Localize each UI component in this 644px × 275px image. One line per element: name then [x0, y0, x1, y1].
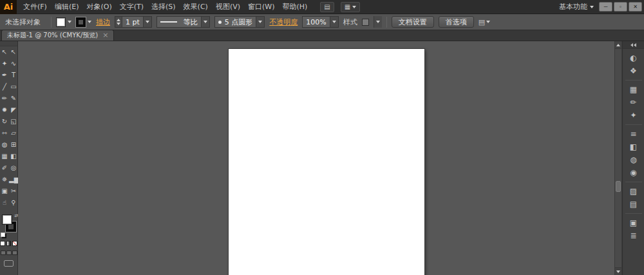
type-tool[interactable]: T	[9, 70, 18, 81]
default-fill-stroke-icon[interactable]	[1, 232, 5, 237]
magic-wand-tool[interactable]: ✦	[0, 58, 9, 70]
pencil-tool[interactable]: ✎	[9, 93, 18, 104]
control-panel-menu[interactable]: ▤	[478, 18, 490, 26]
slice-tool[interactable]: ✂	[9, 185, 18, 197]
column-graph-tool[interactable]: ▂▆	[9, 174, 18, 185]
menu-item[interactable]: 文字(T)	[116, 0, 147, 14]
transparency-panel-icon[interactable]: ◍	[626, 153, 641, 166]
document-setup-button[interactable]: 文档设置	[392, 16, 434, 28]
draw-behind-button[interactable]	[6, 251, 12, 255]
menu-item[interactable]: 窗口(W)	[244, 0, 278, 14]
scale-tool[interactable]: ◱	[9, 116, 18, 128]
symbols-panel-icon[interactable]: ✦	[626, 109, 641, 122]
appearance-panel-icon[interactable]: ◉	[626, 166, 641, 179]
menu-item[interactable]: 选择(S)	[147, 0, 180, 14]
layers-panel-icon[interactable]: ▤	[626, 198, 641, 211]
hand-tool[interactable]: ☝	[0, 197, 9, 209]
fill-swatch[interactable]	[2, 214, 12, 225]
mesh-tool[interactable]: ▦	[0, 151, 9, 162]
zoom-tool[interactable]: ⚲	[9, 197, 18, 209]
eyedropper-tool[interactable]: ✐	[0, 162, 9, 174]
width-profile-combo[interactable]: 等比	[156, 16, 210, 28]
color-panel-icon[interactable]: ◐	[626, 52, 641, 64]
opacity-dropdown[interactable]	[330, 17, 338, 27]
menu-item[interactable]: 文件(F)	[19, 0, 51, 14]
lasso-tool[interactable]: ∿	[9, 58, 18, 70]
expand-dock-button[interactable]	[623, 41, 644, 49]
draw-inside-button[interactable]	[12, 251, 17, 255]
symbol-sprayer-tool[interactable]: ✵	[0, 174, 9, 185]
menu-item[interactable]: 对象(O)	[82, 0, 115, 14]
tools-panel-grip[interactable]	[0, 41, 17, 46]
style-control[interactable]: 样式	[343, 16, 382, 28]
chevron-left-icon	[634, 43, 636, 47]
rotate-tool[interactable]: ↻	[0, 116, 9, 128]
stroke-width-combo[interactable]: 1 pt	[115, 16, 152, 28]
restore-button[interactable]: ▫	[614, 2, 627, 12]
menu-item[interactable]: 效果(C)	[180, 0, 212, 14]
scroll-down-button[interactable]	[615, 267, 621, 275]
stroke-color-control[interactable]	[76, 17, 91, 27]
stroke-width-dropdown[interactable]	[143, 17, 151, 27]
close-button[interactable]: ✕	[629, 2, 642, 12]
draw-normal-button[interactable]	[1, 251, 6, 255]
document-tab[interactable]: 未标题-1 @ 70% (CMYK/预览) ×	[1, 30, 114, 41]
arrange-documents-button[interactable]: ▦	[341, 2, 360, 12]
shape-builder-tool[interactable]: ◍	[0, 139, 9, 151]
graphic-styles-panel-icon[interactable]: ▨	[626, 185, 641, 198]
blend-tool[interactable]: ◎	[9, 162, 18, 174]
paintbrush-tool[interactable]: ✏	[0, 93, 9, 104]
artboards-panel-icon[interactable]: ▣	[626, 216, 641, 229]
bridge-button[interactable]: ▤	[320, 2, 334, 12]
rectangle-tool[interactable]: ▭	[9, 81, 18, 93]
scrollbar-thumb[interactable]	[616, 181, 621, 192]
brush-definition-combo[interactable]: 5 点圆形	[214, 16, 265, 28]
stroke-width-stepper[interactable]	[115, 17, 122, 27]
opacity-combo[interactable]: 100%	[302, 16, 338, 28]
gradient-button[interactable]	[6, 241, 12, 246]
brushes-panel-icon[interactable]: ✏	[626, 96, 641, 109]
artboard[interactable]	[229, 49, 424, 275]
eraser-tool[interactable]: ◤	[9, 104, 18, 116]
pen-tool[interactable]: ✒	[0, 70, 9, 81]
color-guide-panel-icon[interactable]: ❖	[626, 64, 641, 77]
stroke-panel-icon[interactable]: ≡	[626, 128, 641, 140]
workspace-switcher[interactable]: 基本功能	[554, 2, 599, 12]
menu-item[interactable]: 编辑(E)	[51, 0, 83, 14]
free-transform-tool[interactable]: ▱	[9, 128, 18, 139]
canvas[interactable]	[18, 41, 614, 275]
width-profile-dropdown[interactable]	[201, 17, 209, 27]
line-segment-tool[interactable]: ╱	[0, 81, 9, 93]
opacity-value[interactable]: 100%	[303, 18, 329, 26]
screen-mode-button[interactable]	[4, 260, 14, 267]
perspective-grid-tool[interactable]: ⊞	[9, 139, 18, 151]
opacity-panel-link[interactable]: 不透明度	[269, 17, 298, 27]
gradient-tool[interactable]: ◧	[9, 151, 18, 162]
align-panel-icon[interactable]: ≣	[626, 229, 641, 242]
direct-selection-tool[interactable]: ↖	[9, 46, 18, 58]
style-dropdown[interactable]	[374, 16, 382, 28]
selection-tool[interactable]: ↖	[0, 46, 9, 58]
stroke-width-value[interactable]: 1 pt	[122, 18, 143, 26]
none-button[interactable]	[12, 241, 17, 246]
width-tool[interactable]: ⇿	[0, 128, 9, 139]
color-button[interactable]	[0, 241, 5, 246]
menu-item[interactable]: 帮助(H)	[278, 0, 311, 14]
menu-item[interactable]: 视图(V)	[212, 0, 244, 14]
stroke-panel-link[interactable]: 描边	[96, 17, 110, 27]
stroke-color-swatch[interactable]	[76, 17, 86, 27]
swatches-panel-icon[interactable]: ▦	[626, 83, 641, 96]
brush-definition-dropdown[interactable]	[256, 17, 264, 27]
style-swatch[interactable]	[362, 19, 369, 26]
illustrator-logo[interactable]: Ai	[0, 0, 17, 14]
gradient-panel-icon[interactable]: ◧	[626, 140, 641, 153]
fill-color-swatch[interactable]	[56, 17, 66, 27]
minimize-button[interactable]: ─	[599, 2, 612, 12]
vertical-scrollbar[interactable]	[614, 41, 622, 275]
preferences-button[interactable]: 首选项	[439, 16, 474, 28]
artboard-tool[interactable]: ▣	[0, 185, 9, 197]
tab-close-icon[interactable]: ×	[102, 32, 108, 39]
scroll-up-button[interactable]	[615, 41, 621, 49]
blob-brush-tool[interactable]: ✹	[0, 104, 9, 116]
fill-color-control[interactable]	[56, 17, 71, 27]
